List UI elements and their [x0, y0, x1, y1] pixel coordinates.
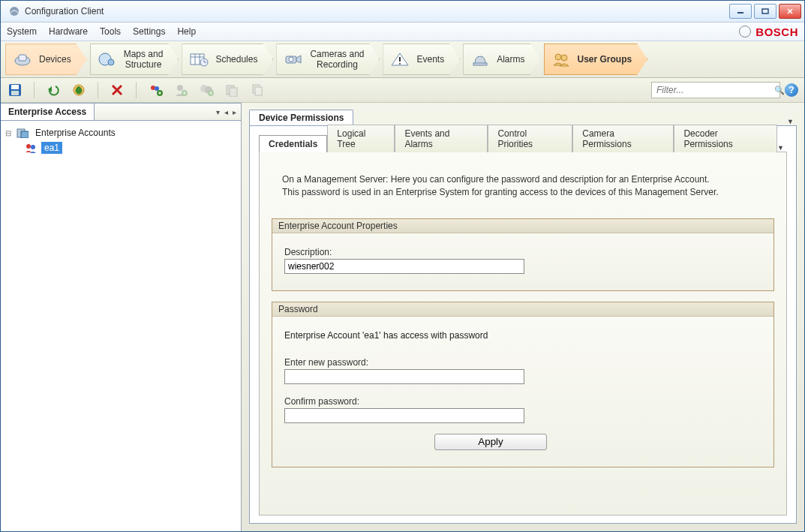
svg-rect-48 [255, 87, 262, 95]
section-dropdown-icon[interactable]: ▼ [787, 118, 797, 125]
add-logonpair-button[interactable] [224, 82, 240, 98]
filter-box[interactable]: 🔍 ▼ [651, 82, 780, 98]
tree-collapse-icon[interactable]: ⊟ [4, 129, 13, 137]
svg-rect-25 [11, 85, 19, 89]
toolbar-sep [136, 82, 137, 98]
toolbar-sep [98, 82, 98, 98]
nav-schedules-label: Schedules [215, 54, 257, 65]
tree-item-label: ea1 [41, 142, 62, 154]
titlebar: Configuration Client [1, 1, 804, 23]
description-label: Description: [284, 247, 761, 257]
tab-content-credentials: On a Management Server: Here you can con… [259, 152, 787, 515]
description-input[interactable] [284, 259, 524, 274]
group-password: Password Enterprise Account 'ea1' has ac… [272, 302, 774, 467]
body: Enterprise Access ▾ ◂ ▸ ⊟ Enterprise Acc… [1, 103, 804, 531]
tab-logical-tree[interactable]: Logical Tree [327, 125, 395, 152]
window-title: Configuration Client [25, 6, 729, 17]
apply-button[interactable]: Apply [434, 434, 547, 450]
app-window: Configuration Client System Hardware Too… [0, 0, 805, 532]
svg-point-20 [399, 63, 401, 65]
menu-system[interactable]: System [7, 26, 37, 37]
nav-events[interactable]: Events [383, 44, 460, 75]
tab-camera-permissions[interactable]: Camera Permissions [572, 125, 674, 152]
left-panel-header: Enterprise Access ▾ ◂ ▸ [1, 103, 241, 121]
inner-tab-dropdown-icon[interactable]: ▼ [777, 144, 787, 152]
menu-hardware[interactable]: Hardware [49, 26, 88, 37]
section-tabbar: Device Permissions ▼ [249, 109, 797, 125]
svg-rect-1 [737, 12, 743, 14]
info-text: On a Management Server: Here you can con… [272, 164, 774, 208]
delete-button[interactable] [109, 82, 125, 98]
nav-cameras[interactable]: Cameras and Recording [276, 44, 380, 75]
search-icon[interactable]: 🔍 [774, 86, 785, 95]
right-panel-pad: Device Permissions ▼ Credentials Logical… [242, 103, 804, 531]
tab-decoder-permissions[interactable]: Decoder Permissions [674, 125, 777, 152]
copy-button[interactable] [249, 82, 266, 98]
confirm-password-input[interactable] [284, 408, 524, 423]
menubar: System Hardware Tools Settings Help BOSC… [1, 23, 804, 41]
menu-tools[interactable]: Tools [100, 26, 121, 37]
new-password-input[interactable] [284, 369, 524, 384]
tab-credentials[interactable]: Credentials [259, 135, 327, 152]
app-icon [8, 5, 20, 17]
tree-item-ea1[interactable]: ea1 [4, 140, 238, 155]
nav-events-label: Events [416, 54, 444, 65]
svg-point-17 [289, 57, 293, 62]
nav-alarms[interactable]: Alarms [463, 44, 540, 75]
filter-input[interactable] [652, 85, 774, 95]
panel-dropdown-icon[interactable]: ▾ [216, 108, 220, 116]
minimize-button[interactable] [729, 4, 752, 19]
svg-point-0 [10, 7, 19, 16]
panel-next-icon[interactable]: ▸ [233, 108, 236, 116]
nav-devices[interactable]: Devices [5, 44, 87, 75]
maximize-button[interactable] [754, 4, 776, 19]
help-button[interactable]: ? [785, 83, 798, 97]
nav-usergroups[interactable]: User Groups [544, 44, 648, 75]
close-button[interactable] [779, 4, 801, 19]
tab-control-priorities[interactable]: Control Priorities [488, 125, 572, 152]
tree: ⊟ Enterprise Accounts ea1 [1, 121, 241, 531]
svg-point-32 [155, 86, 159, 91]
menu-settings[interactable]: Settings [133, 26, 165, 37]
menu-help[interactable]: Help [177, 26, 196, 37]
inner-tabbar: Credentials Logical Tree Events and Alar… [259, 134, 787, 152]
nav-schedules[interactable]: Schedules [182, 44, 273, 75]
nav-alarms-label: Alarms [497, 54, 524, 65]
devices-icon [12, 50, 33, 68]
window-buttons [729, 4, 801, 19]
svg-rect-26 [11, 91, 19, 95]
undo-button[interactable] [45, 82, 62, 98]
nav-cameras-label: Cameras and Recording [310, 49, 364, 70]
left-panel-title[interactable]: Enterprise Access [1, 104, 95, 120]
maps-icon [97, 50, 118, 68]
tree-root[interactable]: ⊟ Enterprise Accounts [4, 125, 238, 140]
add-usergroup-button[interactable] [147, 82, 164, 98]
server-icon [16, 127, 29, 139]
group-account-properties-title: Enterprise Account Properties [272, 219, 773, 233]
alarms-icon [470, 50, 491, 68]
add-dualauth-button[interactable] [198, 82, 215, 98]
panel-prev-icon[interactable]: ◂ [224, 108, 228, 116]
svg-point-52 [31, 145, 35, 149]
tab-events-alarms[interactable]: Events and Alarms [395, 125, 488, 152]
confirm-password-label: Confirm password: [284, 396, 761, 407]
password-status: Enterprise Account 'ea1' has access with… [284, 330, 761, 341]
svg-point-23 [561, 55, 567, 61]
svg-point-22 [555, 54, 561, 60]
right-panel: Device Permissions ▼ Credentials Logical… [242, 103, 804, 531]
group-password-title: Password [272, 302, 773, 317]
info-line-2: This password is used in an Enterprise S… [282, 186, 764, 199]
events-icon [389, 50, 410, 68]
save-button[interactable] [7, 82, 23, 98]
section-tab-device-permissions[interactable]: Device Permissions [249, 110, 353, 125]
svg-point-36 [177, 85, 183, 91]
svg-point-8 [108, 59, 114, 65]
usergroups-icon [551, 50, 572, 68]
toolbar-sep [34, 82, 35, 98]
add-user-button[interactable] [173, 82, 189, 98]
brand-text: BOSCH [755, 26, 798, 38]
schedules-icon [188, 50, 209, 68]
activate-button[interactable] [71, 82, 87, 98]
nav-maps-label: Maps and Structure [124, 49, 164, 70]
nav-maps[interactable]: Maps and Structure [90, 44, 179, 75]
